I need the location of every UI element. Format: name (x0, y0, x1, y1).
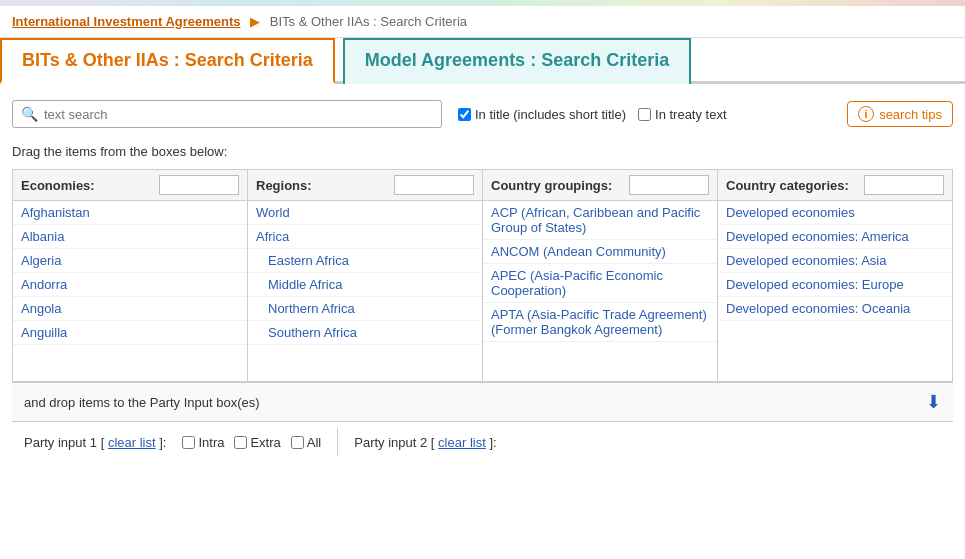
search-icon: 🔍 (21, 106, 38, 122)
economies-list: Afghanistan Albania Algeria Andorra Ango… (13, 201, 247, 381)
economies-filter[interactable] (159, 175, 239, 195)
in-treaty-text: In treaty text (655, 107, 727, 122)
list-item[interactable]: World (248, 201, 482, 225)
economies-header: Economies: (13, 170, 247, 201)
regions-header: Regions: (248, 170, 482, 201)
main-content: 🔍 In title (includes short title) In tre… (0, 84, 965, 478)
regions-column: Regions: World Africa Eastern Africa Mid… (247, 169, 482, 382)
economies-label: Economies: (21, 178, 95, 193)
list-item[interactable]: Northern Africa (248, 297, 482, 321)
drop-icon: ⬇ (926, 391, 941, 413)
drop-label: and drop items to the Party Input box(es… (24, 395, 260, 410)
list-item[interactable]: ANCOM (Andean Community) (483, 240, 717, 264)
list-item[interactable]: Algeria (13, 249, 247, 273)
drag-label: Drag the items from the boxes below: (12, 144, 953, 159)
list-item[interactable]: Africa (248, 225, 482, 249)
regions-list: World Africa Eastern Africa Middle Afric… (248, 201, 482, 381)
intra-checkbox[interactable] (182, 436, 195, 449)
country-groupings-column: Country groupings: ACP (African, Caribbe… (482, 169, 717, 382)
party1-checkboxes: Intra Extra All (182, 435, 321, 450)
list-item[interactable]: Developed economies: America (718, 225, 952, 249)
country-groupings-header: Country groupings: (483, 170, 717, 201)
list-item[interactable]: Middle Africa (248, 273, 482, 297)
extra-checkbox[interactable] (234, 436, 247, 449)
party2-label-text: Party input 2 (354, 435, 427, 450)
extra-label: Extra (234, 435, 280, 450)
in-title-text: In title (includes short title) (475, 107, 626, 122)
regions-label: Regions: (256, 178, 312, 193)
all-checkbox[interactable] (291, 436, 304, 449)
tabs: BITs & Other IIAs : Search Criteria Mode… (0, 38, 965, 84)
list-item[interactable]: Southern Africa (248, 321, 482, 345)
country-categories-list: Developed economies Developed economies:… (718, 201, 952, 381)
country-categories-column: Country categories: Developed economies … (717, 169, 953, 382)
extra-text: Extra (250, 435, 280, 450)
list-item[interactable]: Developed economies: Oceania (718, 297, 952, 321)
search-input[interactable] (44, 107, 433, 122)
list-item[interactable]: Eastern Africa (248, 249, 482, 273)
list-item[interactable]: APTA (Asia-Pacific Trade Agreement) (For… (483, 303, 717, 342)
party1-row: Party input 1 [ clear list ]: Intra Extr… (12, 421, 953, 462)
in-treaty-checkbox[interactable] (638, 108, 651, 121)
party1-label-text: Party input 1 (24, 435, 97, 450)
info-icon: i (858, 106, 874, 122)
party1-clear[interactable]: clear list (108, 435, 156, 450)
list-item[interactable]: Developed economies (718, 201, 952, 225)
list-item[interactable]: Angola (13, 297, 247, 321)
party2-label: Party input 2 [ clear list ]: (354, 435, 496, 450)
in-title-checkbox[interactable] (458, 108, 471, 121)
country-groupings-filter[interactable] (629, 175, 709, 195)
search-box: 🔍 (12, 100, 442, 128)
all-label: All (291, 435, 321, 450)
breadcrumb-arrow: ▶ (250, 14, 260, 29)
list-item[interactable]: ACP (African, Caribbean and Pacific Grou… (483, 201, 717, 240)
country-groupings-list: ACP (African, Caribbean and Pacific Grou… (483, 201, 717, 381)
in-treaty-label: In treaty text (638, 107, 727, 122)
list-item[interactable]: APEC (Asia-Pacific Economic Cooperation) (483, 264, 717, 303)
list-item[interactable]: Developed economies: Asia (718, 249, 952, 273)
country-categories-header: Country categories: (718, 170, 952, 201)
list-item[interactable]: Anguilla (13, 321, 247, 345)
breadcrumb-link[interactable]: International Investment Agreements (12, 14, 241, 29)
intra-label: Intra (182, 435, 224, 450)
in-title-label: In title (includes short title) (458, 107, 626, 122)
search-tips-label: search tips (879, 107, 942, 122)
tab-bits[interactable]: BITs & Other IIAs : Search Criteria (0, 38, 335, 84)
list-item[interactable]: Afghanistan (13, 201, 247, 225)
drop-area: and drop items to the Party Input box(es… (12, 382, 953, 421)
regions-filter[interactable] (394, 175, 474, 195)
breadcrumb: International Investment Agreements ▶ BI… (0, 6, 965, 38)
party2-clear[interactable]: clear list (438, 435, 486, 450)
party-divider (337, 428, 338, 456)
economies-column: Economies: Afghanistan Albania Algeria A… (12, 169, 247, 382)
country-categories-filter[interactable] (864, 175, 944, 195)
breadcrumb-current: BITs & Other IIAs : Search Criteria (270, 14, 467, 29)
list-item[interactable]: Andorra (13, 273, 247, 297)
country-groupings-label: Country groupings: (491, 178, 612, 193)
party1-label: Party input 1 [ clear list ]: (24, 435, 166, 450)
intra-text: Intra (198, 435, 224, 450)
tab-model[interactable]: Model Agreements : Search Criteria (343, 38, 691, 84)
search-tips-button[interactable]: i search tips (847, 101, 953, 127)
list-item[interactable]: Developed economies: Europe (718, 273, 952, 297)
search-row: 🔍 In title (includes short title) In tre… (12, 100, 953, 128)
checkbox-group: In title (includes short title) In treat… (458, 107, 727, 122)
columns: Economies: Afghanistan Albania Algeria A… (12, 169, 953, 382)
all-text: All (307, 435, 321, 450)
country-categories-label: Country categories: (726, 178, 849, 193)
list-item[interactable]: Albania (13, 225, 247, 249)
